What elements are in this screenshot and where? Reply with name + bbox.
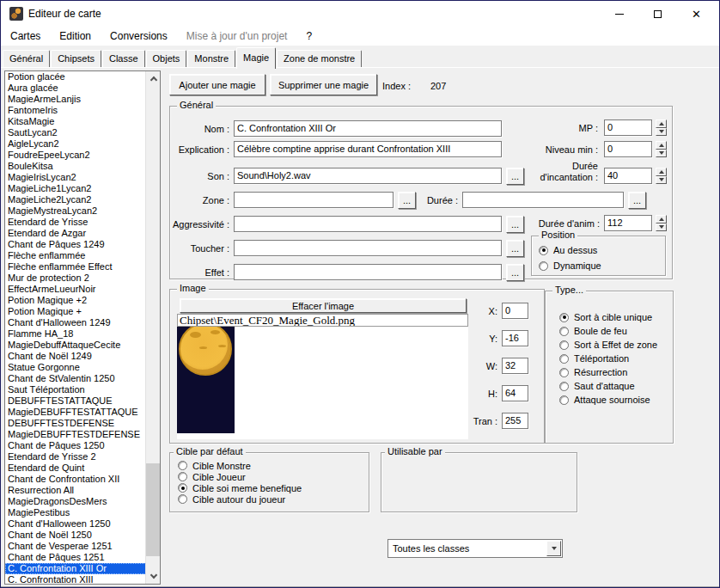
list-item[interactable]: Flèche enflammée [5,250,160,261]
spell-list-scrollbar[interactable] [145,71,160,584]
list-item[interactable]: Aura glacée [5,83,160,94]
list-item[interactable]: Flamme HA_18 [5,328,160,340]
list-item[interactable]: Potion Magique +2 [5,295,160,306]
tab-objets[interactable]: Objets [146,50,187,67]
spinner-down-button[interactable] [656,176,667,185]
spinner-down-button[interactable] [656,128,667,137]
radio-option[interactable]: Cible Joueur [178,471,302,482]
spinner-up-button[interactable] [656,215,667,224]
son-input[interactable]: Sound\Holy2.wav [234,168,502,184]
nom-input[interactable]: C. Confrontation XIII Or [234,120,502,137]
radio-option[interactable]: Boule de feu [559,324,657,338]
menu-item[interactable]: Conversions [101,28,177,44]
zone-input[interactable] [234,192,394,208]
list-item[interactable]: FoudreEpeeLycan2 [5,150,160,161]
radio-option[interactable]: Sort à cible unique [559,310,657,324]
scroll-up-button[interactable] [146,71,161,86]
list-item[interactable]: BouleKitsa [5,161,160,172]
aggressivite-input[interactable] [234,216,502,232]
menu-item[interactable]: Cartes [1,28,50,44]
explication-input[interactable]: Célèbre comptine apprise durant Confront… [234,141,502,157]
duree-anim-input[interactable]: 112 [604,215,652,231]
radio-option[interactable]: Cible soi meme benefique [178,482,302,493]
w-input[interactable]: 32 [502,358,528,374]
list-item[interactable]: MagieMystreaLycan2 [5,205,160,217]
list-item[interactable]: Chant de Pâques 1251 [5,552,160,563]
list-item[interactable]: Resurrection All [5,485,160,496]
duree-input[interactable] [462,192,624,208]
list-item[interactable]: Saut Téléportation [5,384,160,395]
list-item[interactable]: Mur de protection 2 [5,273,160,284]
menu-item[interactable]: ? [296,28,321,44]
list-item[interactable]: MagieDebuffAttaqueCecite [5,340,160,351]
list-item[interactable]: Chant de Noël 1249 [5,351,160,362]
radio-option[interactable]: Téléportation [559,352,657,365]
radio-option[interactable]: Résurrection [559,365,657,379]
spinner-up-button[interactable] [656,168,667,176]
list-item[interactable]: C. Confrontation XIII [5,574,160,585]
effet-browse-button[interactable]: ... [506,264,524,281]
list-item[interactable]: Chant d'Halloween 1250 [5,518,160,530]
tran-input[interactable]: 255 [502,413,528,429]
tab-chipsets[interactable]: Chipsets [51,50,101,67]
spinner-down-button[interactable] [656,150,667,158]
zone-browse-button[interactable]: ... [398,192,416,209]
list-item[interactable]: Chant de Pâques 1250 [5,440,160,451]
list-item[interactable]: SautLycan2 [5,127,160,138]
list-item[interactable]: MagieLiche2Lycan2 [5,194,160,205]
add-magic-button[interactable]: Ajouter une magie [169,74,265,95]
list-item[interactable]: Potion Magique + [5,306,160,317]
list-item[interactable]: Chant de Confrontation XII [5,474,160,485]
radio-option[interactable]: Cible Monstre [178,460,302,471]
list-item[interactable]: AigleLycan2 [5,138,160,150]
list-item[interactable]: Etendard de Quint [5,462,160,474]
list-item[interactable]: EffectArmeLueurNoir [5,284,160,295]
scroll-down-button[interactable] [146,569,161,584]
x-input[interactable]: 0 [502,303,528,319]
toucher-browse-button[interactable]: ... [506,240,524,257]
list-item[interactable]: DEBUFFTESTDEFENSE [5,418,160,429]
list-item[interactable]: MagieArmeLanjis [5,94,160,105]
tab-g-n-ral[interactable]: Général [3,50,50,67]
list-item[interactable]: MagieDEBUFFTESTDEFENSE [5,429,160,440]
list-item[interactable]: DEBUFFTESTATTAQUE [5,395,160,407]
list-item[interactable]: Chant de Noël 1250 [5,530,160,541]
duree-browse-button[interactable]: ... [628,192,646,209]
minimize-button[interactable] [600,1,638,27]
list-item[interactable]: KitsaMagie [5,116,160,127]
list-item[interactable]: Chant de Pâques 1249 [5,239,160,250]
list-item[interactable]: Etendard de Azgar [5,228,160,239]
image-filename[interactable]: Chipset\Event_CF20_Magie_Gold.png [177,314,468,327]
list-item[interactable]: Etendard de Yrisse 2 [5,451,160,462]
spinner-up-button[interactable] [656,119,667,128]
radio-option[interactable]: Saut d'attaque [559,379,657,393]
spinner-down-button[interactable] [656,224,667,232]
list-item[interactable]: C. Confrontation XIII Or [5,563,160,574]
maximize-button[interactable] [638,1,677,27]
scrollbar-thumb[interactable] [146,463,161,556]
menu-item[interactable]: Edition [50,28,101,44]
list-item[interactable]: Statue Gorgonne [5,362,160,373]
radio-option[interactable]: Cible autour du joueur [178,493,302,505]
list-item[interactable]: MagieDEBUFFTESTATTAQUE [5,407,160,418]
duree-incantation-input[interactable]: 40 [604,168,652,184]
list-item[interactable]: MagiePestibus [5,507,160,518]
list-item[interactable]: MagieLiche1Lycan2 [5,183,160,194]
radio-option[interactable]: Dynamique [539,258,601,273]
list-item[interactable]: Chant de Vesperae 1251 [5,541,160,552]
list-item[interactable]: Chant de StValentin 1250 [5,373,160,384]
tab-zone-de-monstre[interactable]: Zone de monstre [277,50,362,67]
niveau-min-input[interactable]: 0 [604,141,652,157]
radio-option[interactable]: Au dessus [539,242,601,258]
delete-magic-button[interactable]: Supprimer une magie [270,74,377,95]
class-select[interactable]: Toutes les classes [387,539,563,558]
radio-option[interactable]: Attaque sournoise [559,393,657,407]
tab-classe[interactable]: Classe [102,50,145,67]
list-item[interactable]: Chant d'Halloween 1249 [5,317,160,328]
list-item[interactable]: Flèche enflammée Effect [5,261,160,273]
mp-input[interactable]: 0 [604,119,652,136]
list-item[interactable]: MagieDragonsDesMers [5,496,160,507]
tab-magie[interactable]: Magie [236,47,276,69]
clear-image-button[interactable]: Effacer l'image [180,298,467,313]
dropdown-button[interactable] [546,541,561,556]
